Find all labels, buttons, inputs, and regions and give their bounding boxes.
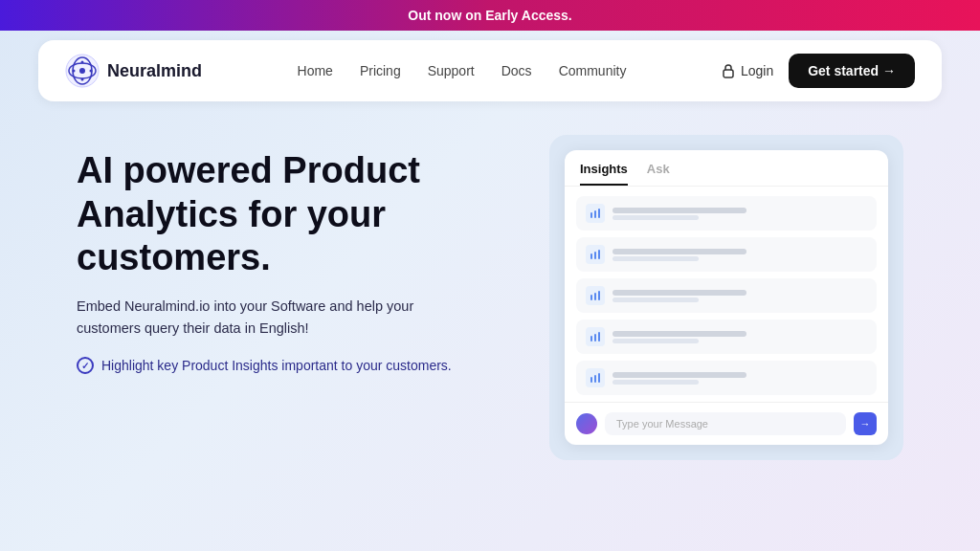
nav-link-support[interactable]: Support [428,63,475,78]
hero-feature-text: Highlight key Product Insights important… [101,358,452,373]
login-label: Login [741,63,773,78]
insight-text-3 [612,290,746,302]
tab-insights[interactable]: Insights [580,162,628,186]
hero-feature: Highlight key Product Insights important… [77,357,511,374]
tab-ask[interactable]: Ask [647,162,670,186]
svg-rect-12 [590,253,592,259]
app-inner: Insights Ask [565,150,888,445]
svg-rect-22 [594,375,596,383]
insight-dot-4 [586,327,605,346]
hero-section: AI powered Product Analytics for your cu… [0,111,980,460]
svg-rect-16 [594,293,596,300]
get-started-label: Get started → [808,63,896,78]
svg-point-7 [90,70,93,73]
nav-link-community[interactable]: Community [559,63,627,78]
app-preview: Insights Ask [549,135,903,460]
svg-rect-9 [590,212,592,218]
svg-rect-21 [590,377,592,383]
insight-dot-1 [586,204,605,223]
svg-rect-14 [598,250,600,259]
app-footer: Type your Message [565,402,888,445]
get-started-button[interactable]: Get started → [789,54,915,88]
svg-rect-17 [598,291,600,300]
insight-line2-1 [612,215,699,220]
insight-line1-2 [612,249,746,254]
nav-links: Home Pricing Support Docs Community [298,62,627,79]
svg-rect-15 [590,295,592,300]
svg-rect-8 [724,70,733,77]
insight-card-3 [576,278,877,313]
navbar-wrapper: Neuralmind Home Pricing Support Docs Com… [0,31,980,111]
early-access-banner: Out now on Early Access. [0,0,980,31]
insight-line2-2 [612,256,699,261]
navbar: Neuralmind Home Pricing Support Docs Com… [38,40,942,101]
insight-card-2 [576,237,877,272]
svg-point-6 [73,70,76,73]
insight-line2-5 [612,380,699,385]
banner-text: Out now on Early Access. [408,8,571,23]
message-input-display[interactable]: Type your Message [605,412,846,435]
insight-line2-4 [612,339,699,343]
check-icon [77,357,94,374]
hero-subtitle: Embed Neuralmind.io into your Software a… [77,296,479,340]
insight-card-1 [576,196,877,231]
nav-brand[interactable]: Neuralmind [65,54,202,88]
nav-actions: Login Get started → [722,54,915,88]
insight-text-2 [612,249,746,261]
svg-rect-13 [594,252,596,259]
insight-line1-5 [612,372,746,378]
login-button[interactable]: Login [722,63,773,78]
send-button[interactable] [854,412,877,435]
svg-rect-19 [594,334,596,342]
svg-point-3 [79,68,85,74]
insight-line1-3 [612,290,746,296]
svg-rect-11 [598,209,600,218]
insight-text-1 [612,208,746,220]
nav-link-docs[interactable]: Docs [501,63,532,78]
svg-rect-20 [598,332,600,342]
insight-line2-3 [612,298,699,302]
insight-card-5 [576,361,877,395]
nav-link-home[interactable]: Home [298,63,333,78]
insight-dot-3 [586,286,605,305]
brand-name: Neuralmind [107,61,202,81]
insight-dot-5 [586,368,605,387]
insight-card-4 [576,320,877,354]
lock-icon [722,63,735,78]
app-tabs: Insights Ask [565,150,888,187]
svg-rect-23 [598,373,600,383]
hero-right: Insights Ask [549,135,903,460]
insight-text-4 [612,331,746,343]
insight-line1-1 [612,208,746,213]
svg-point-5 [81,78,84,81]
hero-left: AI powered Product Analytics for your cu… [77,140,511,374]
svg-rect-10 [594,210,596,218]
insight-line1-4 [612,331,746,337]
app-footer-avatar [576,413,597,434]
nav-link-pricing[interactable]: Pricing [360,63,401,78]
insight-text-5 [612,372,746,385]
svg-point-4 [81,61,84,64]
brand-logo-icon [65,54,100,88]
app-content [565,187,888,402]
svg-rect-18 [590,336,592,342]
hero-title: AI powered Product Analytics for your cu… [77,149,511,280]
insight-dot-2 [586,245,605,264]
